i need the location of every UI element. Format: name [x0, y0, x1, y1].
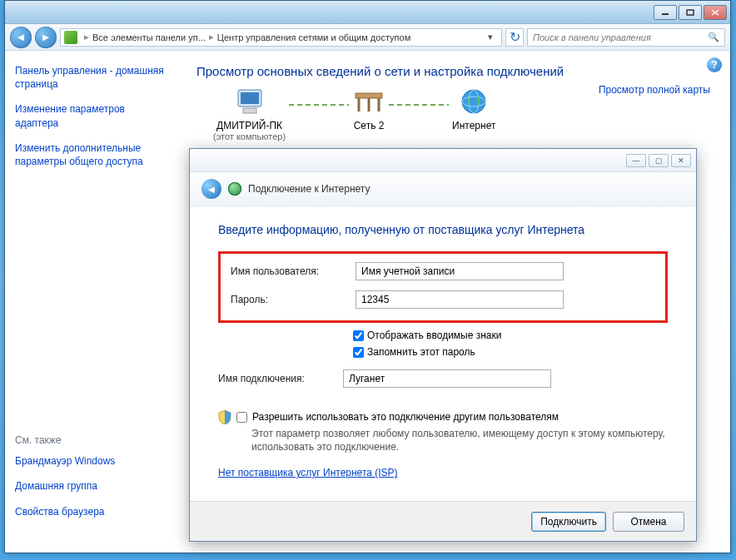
sidebar-browser-link[interactable]: Свойства браузера — [15, 505, 170, 518]
dialog-minimize-button[interactable]: — — [626, 154, 646, 167]
breadcrumb-part1[interactable]: Все элементы панели уп... — [92, 32, 206, 42]
svg-rect-6 — [243, 108, 256, 113]
network-line-icon — [289, 104, 349, 106]
search-placeholder: Поиск в панели управления — [533, 32, 651, 42]
show-chars-checkbox[interactable] — [353, 330, 364, 341]
connection-dialog: — ▢ ✕ ◄ Подключение к Интернету Введите … — [189, 148, 697, 542]
remember-label: Запомнить этот пароль — [367, 346, 475, 358]
connection-name-label: Имя подключения: — [218, 373, 343, 384]
forward-button[interactable]: ► — [35, 27, 57, 48]
node-internet: Интернет — [452, 88, 495, 141]
allow-others-label: Разрешить использовать это подключение д… — [252, 411, 559, 423]
sidebar-sharing-link[interactable]: Изменить дополнительные параметры общего… — [15, 141, 170, 168]
minimize-button[interactable] — [654, 5, 677, 20]
node-this-pc: ДМИТРИЙ-ПК (этот компьютер) — [213, 88, 286, 141]
highlighted-credentials-box: Имя пользователя: Пароль: — [218, 251, 668, 323]
remember-checkbox[interactable] — [353, 347, 364, 358]
close-button[interactable] — [704, 5, 727, 20]
dialog-footer: Подключить Отмена — [190, 501, 696, 541]
node-network: Сеть 2 — [352, 88, 385, 141]
globe-icon — [457, 88, 490, 116]
back-button[interactable]: ◄ — [10, 27, 32, 48]
svg-rect-7 — [356, 93, 382, 98]
show-chars-label: Отображать вводимые знаки — [367, 330, 501, 341]
dialog-titlebar: — ▢ ✕ — [190, 149, 696, 172]
dialog-back-button[interactable]: ◄ — [201, 179, 221, 199]
navigation-bar: ◄ ► ▸ Все элементы панели уп... ▸ Центр … — [5, 24, 730, 51]
password-label: Пароль: — [231, 294, 356, 305]
sidebar-homegroup-link[interactable]: Домашняя группа — [15, 479, 170, 493]
svg-point-11 — [462, 90, 485, 113]
address-bar[interactable]: ▸ Все элементы панели уп... ▸ Центр упра… — [60, 28, 502, 47]
node-internet-label: Интернет — [452, 120, 495, 131]
svg-rect-5 — [241, 92, 259, 104]
connection-name-input[interactable] — [343, 369, 551, 388]
window-titlebar — [5, 1, 730, 24]
sidebar: Панель управления - домашняя страница Из… — [5, 51, 180, 553]
username-input[interactable] — [356, 262, 564, 280]
globe-icon — [228, 182, 241, 196]
dialog-maximize-button[interactable]: ▢ — [649, 154, 669, 167]
address-dropdown-icon[interactable]: ▾ — [483, 32, 498, 42]
cancel-button[interactable]: Отмена — [613, 512, 684, 532]
dialog-heading: Введите информацию, полученную от постав… — [218, 223, 668, 236]
allow-others-description: Этот параметр позволяет любому пользоват… — [251, 427, 668, 453]
dialog-title: Подключение к Интернету — [248, 183, 370, 195]
node-network-label: Сеть 2 — [352, 120, 385, 131]
search-input[interactable]: Поиск в панели управления 🔍 — [527, 28, 725, 47]
maximize-button[interactable] — [679, 5, 702, 20]
no-isp-link[interactable]: Нет поставщика услуг Интернета (ISP) — [218, 467, 398, 478]
node-pc-label: ДМИТРИЙ-ПК — [213, 120, 286, 131]
sidebar-adapter-link[interactable]: Изменение параметров адаптера — [15, 102, 170, 129]
help-icon[interactable]: ? — [707, 57, 722, 72]
dialog-header: ◄ Подключение к Интернету — [190, 172, 696, 206]
full-map-link[interactable]: Просмотр полной карты — [599, 84, 710, 96]
network-diagram: ДМИТРИЙ-ПК (этот компьютер) Сеть 2 Интер… — [213, 88, 714, 141]
see-also-header: См. также — [15, 434, 170, 446]
computer-icon — [233, 88, 266, 116]
network-line-icon — [389, 104, 449, 106]
allow-others-checkbox[interactable] — [236, 412, 247, 423]
password-input[interactable] — [356, 290, 564, 309]
control-panel-icon — [64, 31, 77, 44]
dialog-close-button[interactable]: ✕ — [671, 154, 691, 167]
svg-rect-1 — [687, 10, 694, 15]
breadcrumb-part2[interactable]: Центр управления сетями и общим доступом — [217, 32, 410, 42]
search-icon[interactable]: 🔍 — [708, 32, 719, 42]
shield-icon — [218, 409, 231, 424]
bench-icon — [352, 88, 385, 116]
page-heading: Просмотр основных сведений о сети и наст… — [196, 64, 714, 78]
sidebar-firewall-link[interactable]: Брандмауэр Windows — [15, 454, 170, 468]
connect-button[interactable]: Подключить — [531, 512, 606, 532]
refresh-button[interactable]: ↻ — [505, 28, 524, 47]
sidebar-home-link[interactable]: Панель управления - домашняя страница — [15, 64, 170, 91]
dialog-body: Введите информацию, полученную от постав… — [190, 206, 696, 479]
node-pc-sublabel: (этот компьютер) — [213, 131, 286, 141]
username-label: Имя пользователя: — [231, 265, 356, 277]
